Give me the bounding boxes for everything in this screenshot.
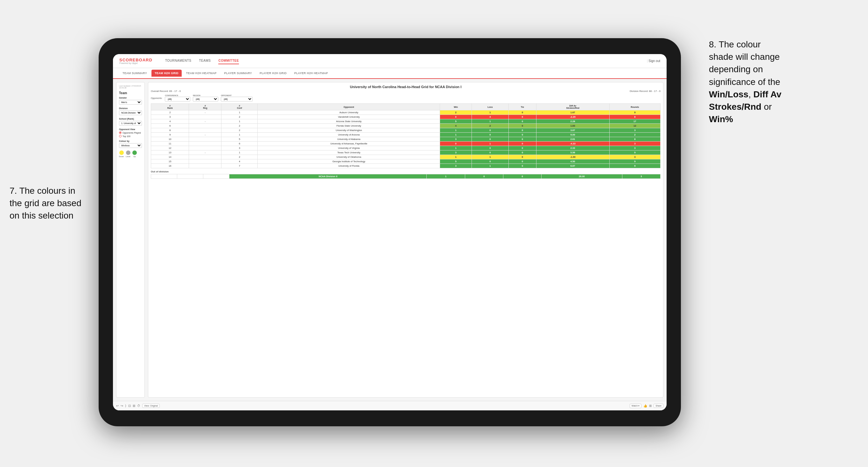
legend-dot-down <box>119 151 124 155</box>
nav-links: TOURNAMENTS TEAMS COMMITTEE <box>165 58 239 64</box>
opponent-select[interactable]: (All) <box>221 97 253 101</box>
forward-icon[interactable]: ⟩ <box>125 404 126 407</box>
col-rounds: Rounds <box>609 104 660 111</box>
out-of-div-table: NCAA Division II10026.003 <box>151 174 660 179</box>
table-row: 9-1University of Arizona1009.002 <box>151 133 660 137</box>
legend-dot-up <box>132 151 137 155</box>
colour-by-select[interactable]: Win/loss <box>119 143 142 148</box>
out-of-div-row: NCAA Division II10026.003 <box>151 174 660 179</box>
grid-icon[interactable]: ⊞ <box>649 404 652 407</box>
table-row: 123University of Virginia1002.333 <box>151 146 660 151</box>
logo-text: SCOREBOARD <box>119 58 152 62</box>
crop-icon[interactable]: ⊡ <box>128 404 131 407</box>
logo-area: SCOREBOARD Powered by clippd <box>119 58 152 64</box>
table-row: 13-1Texas Tech University3005.569 <box>151 151 660 155</box>
undo-icon[interactable]: ↩ <box>116 404 119 407</box>
redo-icon[interactable]: ↪ <box>121 404 123 407</box>
table-row: 154Georgia Institute of Technology5004.5… <box>151 159 660 164</box>
legend-up: Up <box>132 151 137 157</box>
subnav-player-h2h-grid[interactable]: PLAYER H2H GRID <box>256 70 290 77</box>
tablet-frame: SCOREBOARD Powered by clippd TOURNAMENTS… <box>99 38 681 426</box>
subnav-player-summary[interactable]: PLAYER SUMMARY <box>221 70 255 77</box>
table-row: 32Vanderbilt University040-2.298 <box>151 115 660 119</box>
view-original-btn[interactable]: View: Original <box>142 404 160 408</box>
nav-tournaments[interactable]: TOURNAMENTS <box>165 58 191 64</box>
division-record: Division Record: 88 - 17 - 0 <box>630 90 660 93</box>
share-btn[interactable]: Share <box>654 404 663 408</box>
tablet-screen: SCOREBOARD Powered by clippd TOURNAMENTS… <box>113 54 666 410</box>
radio-group: Opponents Played Top 100 <box>119 131 142 137</box>
table-row: 142University of Oklahoma110-1.003 <box>151 155 660 159</box>
region-select[interactable]: (All) <box>193 97 218 101</box>
grid-area: University of North Carolina Head-to-Hea… <box>148 82 663 398</box>
division-section: Division NCAA Division I <box>119 107 142 115</box>
legend-down: Down <box>119 151 124 157</box>
annotation-right: 8. The colour shade will change dependin… <box>709 38 862 125</box>
table-row: 2-1Auburn University2101.679 <box>151 111 660 115</box>
table-row: 116University of Arkansas, Fayetteville0… <box>151 142 660 146</box>
col-rank: #Rank <box>151 104 189 111</box>
subnav-team-h2h-heatmap[interactable]: TEAM H2H HEATMAP <box>183 70 220 77</box>
logo-sub: Powered by clippd <box>119 62 152 64</box>
timer-icon[interactable]: ⏱ <box>137 404 140 407</box>
conference-select[interactable]: (All) <box>165 97 190 101</box>
out-of-div-label: Out of division <box>151 170 660 173</box>
grid-subtitle: Overall Record: 89 - 17 - 0 Division Rec… <box>151 90 660 93</box>
table-row: 105University of Alabama3002.618 <box>151 137 660 142</box>
nav-teams[interactable]: TEAMS <box>199 58 211 64</box>
table-row: 4-1Arizona State University5102.2817 <box>151 119 660 124</box>
table-row: 167University of Florida3106.679 <box>151 164 660 168</box>
legend: Down Level Up <box>119 151 142 157</box>
subnav-player-h2h-heatmap[interactable]: PLAYER H2H HEATMAP <box>291 70 331 77</box>
table-row: 62Florida State University4201.8312 <box>151 124 660 128</box>
subnav-team-summary[interactable]: TEAM SUMMARY <box>119 70 150 77</box>
opponents-label: Opponents: <box>151 97 162 99</box>
col-reg: #Reg <box>189 104 221 111</box>
last-updated: Last Updated: 27/03/2024 16:55:38 <box>119 85 142 89</box>
radio-dot-opponents <box>119 131 122 134</box>
grid-title: University of North Carolina Head-to-Hea… <box>151 85 660 89</box>
sub-nav: TEAM SUMMARY TEAM H2H GRID TEAM H2H HEAT… <box>113 68 666 79</box>
col-tie: Tie <box>508 104 536 111</box>
radio-opponents-played[interactable]: Opponents Played <box>119 131 142 134</box>
conference-filter: Conference (All) <box>165 94 190 101</box>
table-row: 82University of Washington1003.673 <box>151 128 660 133</box>
sidebar: Last Updated: 27/03/2024 16:55:38 Team G… <box>116 82 145 398</box>
col-conf: #Conf <box>221 104 258 111</box>
bottom-toolbar: ↩ ↪ ⟩ ⊡ ⊞ ⏱ View: Original Watch ▾ 👍 ⊞ S… <box>113 401 666 410</box>
gender-section: Gender Men's <box>119 97 142 105</box>
col-win: Win <box>440 104 472 111</box>
colour-by-section: Colour by Win/loss <box>119 140 142 148</box>
opponent-filter: Opponent (All) <box>221 94 253 101</box>
legend-level: Level <box>126 151 130 157</box>
gender-select[interactable]: Men's <box>119 100 142 105</box>
region-filter: Region (All) <box>193 94 218 101</box>
col-opponent: Opponent <box>258 104 440 111</box>
school-select[interactable]: 1. University of Nort... <box>119 121 142 126</box>
radio-dot-top100 <box>119 135 122 137</box>
main-content: Last Updated: 27/03/2024 16:55:38 Team G… <box>113 79 666 401</box>
legend-dot-level <box>126 151 130 155</box>
top-nav: SCOREBOARD Powered by clippd TOURNAMENTS… <box>113 54 666 68</box>
team-label: Team <box>119 91 142 95</box>
annotation-left: 7. The colours in the grid are based on … <box>9 185 99 222</box>
col-loss: Loss <box>471 104 508 111</box>
division-select[interactable]: NCAA Division I <box>119 111 142 115</box>
filter-row: Opponents: Conference (All) Region (All) <box>151 94 660 101</box>
subnav-team-h2h-grid[interactable]: TEAM H2H GRID <box>151 70 182 77</box>
col-diff: Diff AvStrokes/Rnd <box>536 104 609 111</box>
nav-committee[interactable]: COMMITTEE <box>218 58 239 64</box>
school-section: School (Rank) 1. University of Nort... <box>119 118 142 126</box>
sign-out-link[interactable]: Sign out <box>647 59 660 63</box>
opponent-view-section: Opponent View Opponents Played Top 100 <box>119 128 142 137</box>
thumbs-up-icon[interactable]: 👍 <box>643 404 647 407</box>
radio-top100[interactable]: Top 100 <box>119 135 142 137</box>
overall-record: Overall Record: 89 - 17 - 0 <box>151 90 181 93</box>
expand-icon[interactable]: ⊞ <box>133 404 135 407</box>
data-table: #Rank #Reg #Conf Opponent Win Loss Tie D… <box>151 103 660 168</box>
watch-btn[interactable]: Watch ▾ <box>630 404 642 408</box>
